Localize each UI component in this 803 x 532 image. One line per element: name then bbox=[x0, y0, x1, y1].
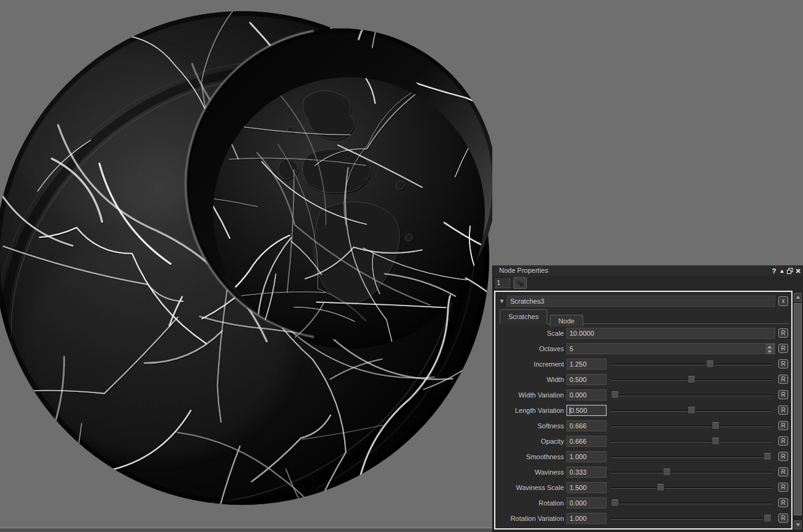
help-icon[interactable]: ? bbox=[770, 267, 778, 275]
slider-handle[interactable] bbox=[763, 452, 771, 460]
opacity-input[interactable]: 0.666 bbox=[566, 436, 607, 447]
smoothness-slider[interactable] bbox=[611, 451, 771, 462]
node-index-field[interactable]: 1 bbox=[494, 277, 510, 288]
reset-opacity-button[interactable]: R bbox=[778, 436, 788, 446]
close-icon[interactable]: ✕ bbox=[794, 267, 802, 275]
param-label: Scale bbox=[495, 330, 566, 337]
reset-width-button[interactable]: R bbox=[778, 375, 788, 384]
reset-rotation-button[interactable]: R bbox=[778, 498, 788, 507]
reset-width-variation-button[interactable]: R bbox=[778, 390, 788, 399]
slider-track[interactable] bbox=[611, 502, 771, 504]
param-row-width: Width0.500R bbox=[495, 372, 791, 387]
tab-node[interactable]: Node bbox=[550, 315, 583, 326]
slider-track[interactable] bbox=[611, 364, 771, 365]
param-value: 0.500 bbox=[570, 407, 587, 414]
param-label: Length Variation bbox=[495, 407, 566, 414]
param-value: 0.666 bbox=[570, 422, 587, 430]
param-row-increment: Increment1.250R bbox=[495, 356, 791, 372]
clear-selection-button[interactable] bbox=[513, 277, 527, 289]
slider-track[interactable] bbox=[611, 456, 771, 458]
restore-window-icon[interactable] bbox=[786, 267, 794, 275]
length-variation-input[interactable]: 0.500 bbox=[566, 405, 607, 416]
param-row-smoothness: Smoothness1.000R bbox=[495, 449, 791, 464]
spin-up-icon[interactable] bbox=[766, 344, 774, 349]
scroll-up-icon[interactable] bbox=[794, 293, 802, 302]
reset-increment-button[interactable]: R bbox=[778, 359, 788, 368]
collapse-group-icon[interactable]: ▼ bbox=[497, 298, 507, 304]
group-tabs: ScratchesNode bbox=[500, 309, 789, 324]
panel-titlebar[interactable]: Node Properties ? ▲ ✕ bbox=[493, 265, 803, 276]
increment-slider[interactable] bbox=[611, 359, 771, 369]
softness-input[interactable]: 0.666 bbox=[566, 420, 607, 431]
waviness-scale-input[interactable]: 1.500 bbox=[566, 482, 607, 493]
length-variation-slider[interactable] bbox=[611, 405, 771, 415]
slider-handle[interactable] bbox=[657, 483, 665, 491]
width-input[interactable]: 0.500 bbox=[566, 374, 607, 385]
param-label: Smoothness bbox=[495, 453, 566, 460]
param-label: Increment bbox=[495, 360, 566, 368]
rotation-variation-input[interactable]: 1.000 bbox=[566, 513, 607, 524]
waviness-scale-slider[interactable] bbox=[611, 482, 771, 493]
collapse-panel-icon[interactable]: ▲ bbox=[778, 267, 786, 275]
param-row-waviness: Waviness0.333R bbox=[495, 464, 791, 480]
reset-scale-button[interactable]: R bbox=[778, 328, 788, 338]
slider-track[interactable] bbox=[611, 518, 771, 520]
reset-smoothness-button[interactable]: R bbox=[778, 452, 788, 461]
panel-scrollbar[interactable] bbox=[793, 292, 802, 530]
node-properties-panel: Node Properties ? ▲ ✕ 1 ▼ Scratches3 x S… bbox=[492, 265, 803, 532]
scroll-down-icon[interactable] bbox=[794, 520, 802, 530]
rotation-slider[interactable] bbox=[611, 497, 771, 508]
reset-softness-button[interactable]: R bbox=[778, 421, 788, 430]
titlebar-buttons: ? ▲ ✕ bbox=[770, 266, 802, 275]
waviness-slider[interactable] bbox=[611, 467, 771, 477]
slider-handle[interactable] bbox=[712, 437, 720, 445]
slider-handle[interactable] bbox=[611, 499, 619, 507]
tab-scratches[interactable]: Scratches bbox=[500, 309, 547, 324]
width-variation-input[interactable]: 0.000 bbox=[566, 389, 607, 401]
slider-track[interactable] bbox=[611, 472, 771, 473]
param-row-rotation: Rotation0.000R bbox=[495, 495, 791, 510]
slider-handle[interactable] bbox=[706, 360, 714, 368]
rotation-variation-slider[interactable] bbox=[611, 513, 771, 523]
reset-rotation-variation-button[interactable]: R bbox=[778, 513, 788, 523]
slider-track[interactable] bbox=[611, 441, 771, 443]
param-value: 0.000 bbox=[570, 391, 587, 399]
slider-handle[interactable] bbox=[611, 391, 619, 399]
width-variation-slider[interactable] bbox=[611, 389, 771, 400]
slider-handle[interactable] bbox=[663, 468, 671, 476]
remove-node-button[interactable]: x bbox=[778, 296, 788, 306]
width-slider[interactable] bbox=[611, 374, 771, 384]
octaves-input[interactable]: 5 bbox=[566, 343, 775, 354]
scale-input[interactable]: 10.0000 bbox=[566, 328, 775, 339]
reset-length-variation-button[interactable]: R bbox=[778, 405, 788, 415]
slider-handle[interactable] bbox=[763, 514, 771, 522]
slider-track[interactable] bbox=[611, 394, 771, 396]
param-row-scale: Scale10.0000R bbox=[495, 325, 791, 341]
reset-octaves-button[interactable]: R bbox=[778, 344, 788, 353]
param-label: Octaves bbox=[495, 345, 566, 352]
waviness-input[interactable]: 0.333 bbox=[566, 467, 607, 478]
param-label: Rotation Variation bbox=[495, 515, 566, 522]
scrollbar-thumb[interactable] bbox=[794, 303, 802, 515]
param-label: Opacity bbox=[495, 438, 566, 445]
smoothness-input[interactable]: 1.000 bbox=[566, 451, 607, 462]
softness-slider[interactable] bbox=[611, 420, 771, 431]
param-value: 0.500 bbox=[570, 376, 587, 383]
3d-preview-viewport[interactable] bbox=[0, 0, 492, 532]
slider-handle[interactable] bbox=[712, 422, 720, 430]
node-group-header: ▼ Scratches3 x bbox=[497, 295, 788, 307]
slider-track[interactable] bbox=[611, 487, 771, 489]
param-label: Softness bbox=[495, 422, 566, 430]
slider-track[interactable] bbox=[611, 425, 771, 427]
slider-handle[interactable] bbox=[687, 375, 696, 383]
reset-waviness-scale-button[interactable]: R bbox=[778, 483, 788, 492]
reset-waviness-button[interactable]: R bbox=[778, 467, 788, 476]
param-row-width-variation: Width Variation0.000R bbox=[495, 387, 791, 402]
parameter-list: Scale10.0000ROctaves5RIncrement1.250RWid… bbox=[495, 325, 791, 526]
opacity-slider[interactable] bbox=[611, 436, 771, 446]
spin-down-icon[interactable] bbox=[766, 349, 774, 354]
increment-input[interactable]: 1.250 bbox=[566, 359, 607, 370]
node-name-field[interactable]: Scratches3 bbox=[507, 296, 775, 307]
rotation-input[interactable]: 0.000 bbox=[566, 497, 607, 509]
slider-handle[interactable] bbox=[687, 406, 696, 414]
